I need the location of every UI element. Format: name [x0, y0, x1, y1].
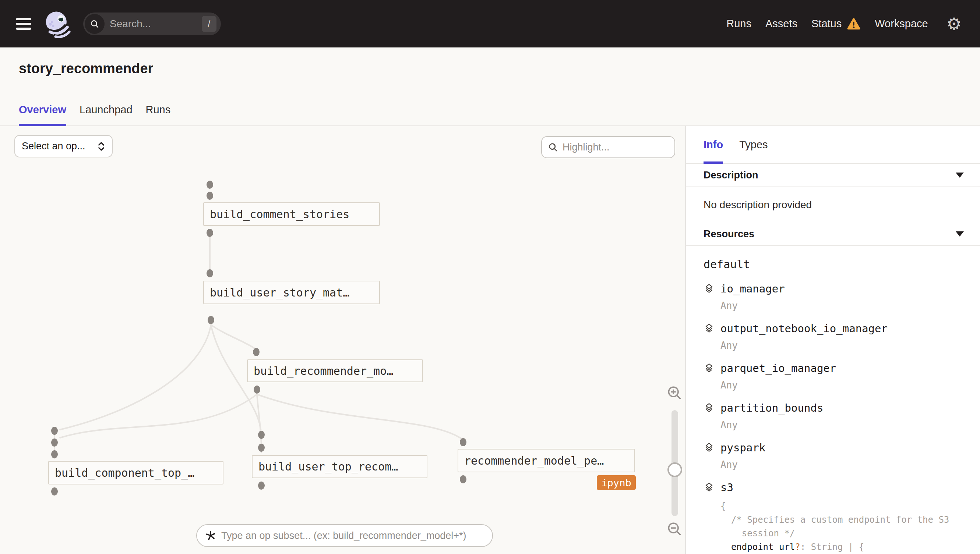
- resource-layers-icon: [704, 363, 715, 374]
- resource-name[interactable]: pyspark: [720, 441, 765, 454]
- description-section-header[interactable]: Description: [686, 164, 980, 187]
- highlight-box[interactable]: [541, 136, 675, 158]
- highlight-input[interactable]: [562, 142, 658, 153]
- resource-group-name: default: [704, 258, 980, 271]
- config-key: endpoint_url: [731, 542, 795, 552]
- resource-type: Any: [720, 300, 980, 311]
- resource-type: Any: [720, 380, 980, 391]
- op-node-build-user-top-recom[interactable]: build_user_top_recom…: [252, 455, 428, 478]
- resource-config-schema: { /* Specifies a custom endpoint for the…: [720, 500, 980, 554]
- select-chevrons-icon: [97, 141, 105, 151]
- description-empty-text: No description provided: [686, 187, 980, 223]
- resource-layers-icon: [704, 323, 715, 334]
- tab-types[interactable]: Types: [739, 126, 768, 163]
- op-selector-label: Select an op...: [22, 140, 92, 152]
- resource-name[interactable]: io_manager: [720, 283, 785, 295]
- resources-header-label: Resources: [704, 228, 754, 240]
- warning-icon: [847, 18, 861, 30]
- resource-item: partition_bounds Any: [704, 402, 980, 430]
- chevron-down-icon: [956, 172, 964, 178]
- resources-list: default io_manager Any output_notebook_i…: [686, 246, 980, 554]
- resource-item: output_notebook_io_manager Any: [704, 322, 980, 351]
- global-search[interactable]: /: [83, 13, 221, 35]
- resource-item: io_manager Any: [704, 283, 980, 311]
- resources-section-header[interactable]: Resources: [686, 223, 980, 246]
- resource-name[interactable]: partition_bounds: [720, 402, 823, 414]
- op-subset-input[interactable]: [221, 530, 475, 541]
- ipynb-badge: ipynb: [597, 475, 636, 490]
- info-panel: Info Types Description No description pr…: [685, 126, 980, 554]
- op-node-recommender-model-perf[interactable]: recommender_model_pe…: [458, 449, 635, 472]
- resource-item: parquet_io_manager Any: [704, 362, 980, 391]
- op-node-build-recommender-model[interactable]: build_recommender_mo…: [247, 360, 423, 382]
- op-selector-dropdown[interactable]: Select an op...: [14, 135, 113, 158]
- op-node-build-user-story-matrix[interactable]: build_user_story_mat…: [203, 281, 380, 304]
- resource-type: Any: [720, 419, 980, 430]
- op-node-build-component-top[interactable]: build_component_top_…: [48, 461, 223, 484]
- chevron-down-icon: [956, 231, 964, 237]
- nav-links: Runs Assets Status Workspace ⚙: [726, 16, 980, 32]
- page-title: story_recommender: [19, 61, 153, 76]
- resource-layers-icon: [704, 442, 715, 453]
- nav-status[interactable]: Status: [811, 18, 841, 30]
- resource-type: Any: [720, 459, 980, 470]
- tab-overview[interactable]: Overview: [19, 94, 66, 126]
- resource-layers-icon: [704, 283, 715, 294]
- resource-layers-icon: [704, 403, 715, 414]
- page-header: story_recommender Job in hacker_news_pro…: [0, 48, 980, 94]
- dagster-app: / Runs Assets Status Workspace ⚙ story_r…: [0, 0, 980, 554]
- tab-runs[interactable]: Runs: [146, 94, 171, 126]
- resource-name[interactable]: s3: [720, 481, 733, 494]
- zoom-out-icon[interactable]: [666, 521, 683, 537]
- graph-edges: [0, 126, 685, 554]
- tab-info[interactable]: Info: [704, 126, 723, 163]
- panel-tabs: Info Types: [686, 126, 980, 164]
- slash-shortcut-key: /: [202, 16, 217, 32]
- op-subset-box[interactable]: [196, 524, 493, 547]
- dagster-logo[interactable]: [42, 9, 72, 39]
- zoom-slider-handle[interactable]: [667, 462, 682, 477]
- op-graph-canvas[interactable]: Select an op... build_comment_stories bu…: [0, 126, 685, 554]
- nav-assets[interactable]: Assets: [765, 18, 797, 30]
- resource-layers-icon: [704, 482, 715, 493]
- nav-workspace[interactable]: Workspace: [875, 18, 928, 30]
- page-tabs: Overview Launchpad Runs: [0, 94, 980, 126]
- settings-gear-icon[interactable]: ⚙: [946, 16, 962, 32]
- tab-launchpad[interactable]: Launchpad: [80, 94, 132, 126]
- op-subset-icon: [205, 530, 216, 541]
- search-icon: [85, 14, 105, 34]
- resource-type: Any: [720, 340, 980, 351]
- description-header-label: Description: [704, 170, 758, 181]
- resource-item: pyspark Any: [704, 441, 980, 470]
- resource-name[interactable]: parquet_io_manager: [720, 362, 836, 374]
- hamburger-menu-icon[interactable]: [16, 18, 31, 30]
- nav-runs[interactable]: Runs: [726, 18, 752, 30]
- search-input[interactable]: [110, 18, 184, 30]
- top-nav: / Runs Assets Status Workspace ⚙: [0, 0, 980, 48]
- highlight-search-icon: [548, 142, 558, 152]
- nav-status-group[interactable]: Status: [811, 18, 861, 30]
- resource-name[interactable]: output_notebook_io_manager: [720, 322, 887, 335]
- resource-item-s3: s3 { /* Specifies a custom endpoint for …: [704, 481, 980, 554]
- op-node-build-comment-stories[interactable]: build_comment_stories: [203, 202, 380, 226]
- zoom-in-icon[interactable]: [666, 385, 683, 401]
